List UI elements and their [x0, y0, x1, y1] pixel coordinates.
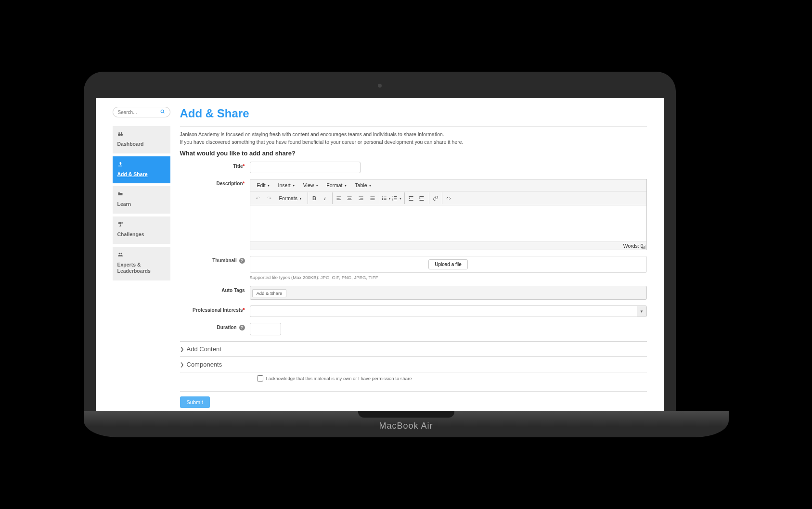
svg-point-8: [120, 253, 122, 254]
svg-line-1: [163, 112, 164, 113]
editor-menu-edit[interactable]: Edit▼: [253, 180, 274, 190]
svg-point-23: [382, 199, 383, 200]
svg-point-7: [118, 253, 120, 254]
link-icon[interactable]: [429, 192, 440, 204]
italic-icon[interactable]: I: [319, 192, 331, 204]
chevron-down-icon[interactable]: ▼: [637, 306, 646, 317]
undo-icon[interactable]: ↶: [252, 192, 264, 204]
bullet-list-icon[interactable]: ▼: [380, 192, 391, 204]
search-box[interactable]: [113, 107, 170, 117]
code-icon[interactable]: [442, 192, 453, 204]
editor-menu-table[interactable]: Table▼: [351, 180, 375, 190]
intro-text-1: Janison Academy is focused on staying fr…: [180, 131, 647, 137]
editor-menu-view[interactable]: View▼: [299, 180, 323, 190]
folder-icon: [117, 191, 166, 198]
collapse-add-content[interactable]: ❯ Add Content: [180, 341, 647, 356]
label-duration: Duration ?: [180, 323, 250, 331]
label-autotags: Auto Tags: [180, 286, 250, 293]
editor-menu-insert[interactable]: Insert▼: [274, 180, 299, 190]
align-justify-icon[interactable]: [367, 192, 378, 204]
nav-label: Challenges: [117, 231, 166, 238]
thumbnail-hint: Supported file types (Max 200KB): JPG, G…: [250, 275, 647, 280]
outdent-icon[interactable]: [404, 192, 416, 204]
users-icon: [117, 252, 166, 259]
search-icon[interactable]: [160, 109, 165, 115]
svg-rect-39: [421, 199, 424, 199]
interests-select[interactable]: ▼: [250, 305, 647, 317]
nav-add-share[interactable]: Add & Share: [113, 156, 170, 184]
upload-file-button[interactable]: Upload a file: [428, 259, 468, 269]
nav-label: Experts & Leaderboards: [117, 262, 166, 275]
svg-rect-33: [409, 196, 413, 197]
tag-chip[interactable]: Add & Share: [252, 289, 287, 297]
numbered-list-icon[interactable]: 123▼: [391, 192, 403, 204]
nav-dashboard[interactable]: Dashboard: [113, 126, 170, 153]
svg-rect-6: [118, 165, 122, 166]
svg-rect-38: [421, 198, 424, 198]
binoculars-icon: [117, 131, 166, 138]
formats-dropdown[interactable]: Formats▼: [275, 195, 306, 201]
bold-icon[interactable]: B: [308, 192, 319, 204]
duration-input[interactable]: [250, 323, 281, 335]
editor-textarea[interactable]: [250, 205, 646, 242]
label-description: Description*: [180, 179, 250, 186]
thumbnail-dropzone[interactable]: Upload a file: [250, 256, 647, 273]
align-left-icon[interactable]: [332, 192, 344, 204]
acknowledge-label: I acknowledge that this material is my o…: [266, 376, 412, 381]
title-input[interactable]: [250, 162, 361, 173]
svg-rect-40: [419, 200, 424, 201]
info-icon[interactable]: ?: [239, 258, 245, 264]
svg-rect-32: [394, 200, 397, 200]
nav-experts[interactable]: Experts & Leaderboards: [113, 247, 170, 280]
svg-rect-24: [384, 197, 387, 197]
indent-icon[interactable]: [416, 192, 427, 204]
svg-rect-30: [394, 196, 397, 197]
svg-point-0: [161, 110, 164, 113]
upload-icon: [117, 161, 166, 168]
info-icon[interactable]: ?: [239, 325, 245, 331]
align-center-icon[interactable]: [344, 192, 355, 204]
svg-rect-36: [409, 200, 413, 201]
trophy-icon: [117, 221, 166, 229]
search-input[interactable]: [118, 110, 156, 115]
word-count: Words: 0: [250, 242, 646, 250]
svg-rect-25: [384, 198, 387, 199]
divider: [180, 391, 647, 392]
collapse-components[interactable]: ❯ Components: [180, 356, 647, 372]
svg-rect-31: [394, 198, 397, 199]
section-question: What would you like to add and share?: [180, 150, 647, 157]
intro-text-2: If you have discovered something that yo…: [180, 139, 647, 145]
label-interests: Professional Interests*: [180, 305, 250, 313]
svg-text:3: 3: [392, 199, 393, 201]
svg-rect-4: [118, 132, 119, 134]
divider: [180, 126, 647, 127]
auto-tags-field[interactable]: Add & Share: [250, 286, 647, 300]
nav-label: Add & Share: [117, 171, 166, 178]
redo-icon[interactable]: ↷: [264, 192, 275, 204]
label-thumbnail: Thumbnail ?: [180, 256, 250, 264]
align-right-icon[interactable]: [355, 192, 367, 204]
chevron-right-icon: ❯: [180, 362, 184, 367]
nav-challenges[interactable]: Challenges: [113, 216, 170, 244]
svg-point-21: [382, 196, 383, 197]
rich-text-editor: Edit▼ Insert▼ View▼ Format▼ Table▼ ↶ ↷ F…: [250, 179, 647, 250]
resize-grip-icon[interactable]: [642, 245, 645, 249]
chevron-right-icon: ❯: [180, 346, 184, 352]
nav-label: Dashboard: [117, 141, 166, 148]
svg-rect-35: [411, 199, 413, 199]
page-title: Add & Share: [180, 107, 647, 120]
svg-point-22: [382, 198, 383, 199]
acknowledge-checkbox[interactable]: [257, 375, 263, 382]
svg-rect-5: [121, 132, 122, 134]
nav-learn[interactable]: Learn: [113, 186, 170, 214]
device-label: MacBook Air: [379, 417, 433, 431]
editor-menu-format[interactable]: Format▼: [322, 180, 351, 190]
svg-rect-26: [384, 199, 387, 200]
submit-button[interactable]: Submit: [180, 396, 210, 408]
nav-label: Learn: [117, 201, 166, 208]
svg-rect-37: [419, 196, 424, 197]
label-title: Title*: [180, 162, 250, 169]
svg-rect-34: [411, 198, 413, 198]
